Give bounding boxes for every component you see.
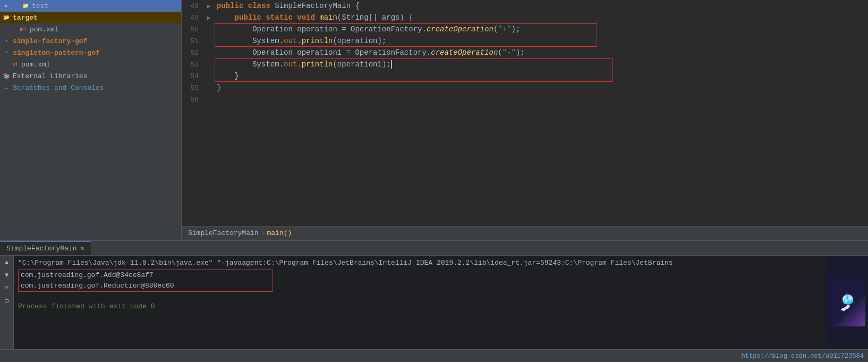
line-num-50: 50 (182, 26, 203, 33)
arrow-icon-test: ▶ (2, 2, 11, 10)
console-line-add: com.justreading.gof.Add@34ce8af7 (21, 270, 270, 281)
code-content-49: public static void main(String[] args) { (215, 13, 868, 22)
console-process-text: Process finished with exit code 0 (18, 302, 155, 310)
code-line-49: 49 ▶ public static void main(String[] ar… (182, 12, 868, 23)
main-area: ▶ 📁 test 📂 target m! pom.xml ▪ simple-fa… (0, 0, 868, 240)
sidebar-item-singleton[interactable]: ▪ singleton-pattern-gof (0, 47, 181, 58)
console-text-add: com.justreading.gof.Add@34ce8af7 (21, 271, 154, 279)
breadcrumb-method[interactable]: main() (267, 229, 292, 237)
line-num-54: 54 (182, 72, 203, 80)
sidebar-item-pom2[interactable]: m! pom.xml (0, 58, 181, 70)
line-num-48: 48 (182, 2, 203, 10)
gutter-48: ▶ (203, 3, 215, 10)
sidebar-item-test[interactable]: ▶ 📁 test (0, 0, 181, 12)
line-num-56: 56 (182, 96, 203, 104)
btn-clear[interactable]: ⊟ (2, 296, 12, 306)
line-num-49: 49 (182, 14, 203, 22)
breadcrumb-sep: › (261, 229, 265, 237)
bottom-tabs: SimpleFactoryMain × (0, 241, 868, 256)
gutter-49: ▶ (203, 14, 215, 21)
line-num-51: 51 (182, 37, 203, 45)
code-content-50: Operation operation = OperationFactory.c… (215, 25, 868, 33)
btn-menu[interactable]: ≡ (2, 283, 12, 293)
status-bar: https://blog.csdn.net/u011723584 (0, 349, 868, 362)
line-num-55: 55 (182, 84, 203, 92)
status-bar-url[interactable]: https://blog.csdn.net/u011723584 (742, 352, 864, 360)
console-output: "C:\Program Files\Java\jdk-11.0.2\bin\ja… (14, 256, 826, 349)
sidebar-label-scratches: Scratches and Consoles (13, 84, 104, 92)
code-content-53: System.out.println(operation1); (215, 60, 868, 69)
scratches-icon: ✏ (2, 83, 11, 92)
bottom-tab-label: SimpleFactoryMain (6, 245, 77, 252)
code-line-53: 53 System.out.println(operation1); (182, 58, 868, 70)
code-line-50: 50 Operation operation = OperationFactor… (182, 23, 868, 35)
folder-icon-target: 📂 (2, 13, 11, 22)
console-red-box: com.justreading.gof.Add@34ce8af7 com.jus… (18, 270, 821, 292)
editor-area: 48 ▶ public class SimpleFactoryMain { 49… (182, 0, 868, 240)
console-line-reduction: com.justreading.gof.Reduction@880ec60 (21, 281, 270, 291)
code-line-54: 54 } (182, 70, 868, 82)
code-line-48: 48 ▶ public class SimpleFactoryMain { (182, 0, 868, 12)
sidebar-label-simple-factory: simple-factory-gof (13, 37, 87, 45)
btn-up[interactable]: ▲ (2, 258, 12, 267)
console-text-reduction: com.justreading.gof.Reduction@880ec60 (21, 282, 174, 290)
sidebar: ▶ 📁 test 📂 target m! pom.xml ▪ simple-fa… (0, 0, 182, 240)
code-content-48: public class SimpleFactoryMain { (215, 2, 868, 10)
sidebar-item-scratches[interactable]: ✏ Scratches and Consoles (0, 82, 181, 94)
sidebar-label-target: target (13, 14, 38, 22)
file-icon-pom1: m! (19, 25, 28, 33)
bottom-panel: SimpleFactoryMain × ▲ ▼ ≡ ⊟ "C:\Program … (0, 240, 868, 362)
code-content-54: } (215, 72, 868, 80)
thumbnail-image: 🎐 (828, 279, 865, 326)
module-icon-simple: ▪ (2, 37, 11, 45)
module-icon-singleton: ▪ (2, 48, 11, 57)
sidebar-item-pom1[interactable]: m! pom.xml (0, 23, 181, 35)
code-line-56: 56 (182, 94, 868, 105)
sidebar-item-target[interactable]: 📂 target (0, 12, 181, 23)
sidebar-label-pom2: pom.xml (21, 61, 50, 69)
file-icon-pom2: m! (11, 60, 19, 69)
code-lines: 48 ▶ public class SimpleFactoryMain { 49… (182, 0, 868, 105)
code-content-56 (215, 95, 868, 104)
line-num-52: 52 (182, 49, 203, 57)
breadcrumb-bar: SimpleFactoryMain › main() (182, 226, 868, 240)
code-content-52: Operation operation1 = OperationFactory.… (215, 48, 868, 57)
external-icon: 📚 (2, 72, 11, 80)
bottom-tab-close[interactable]: × (80, 245, 84, 253)
sidebar-label-pom1: pom.xml (30, 26, 59, 33)
code-line-52: 52 Operation operation1 = OperationFacto… (182, 47, 868, 58)
console-cmd-text: "C:\Program Files\Java\jdk-11.0.2\bin\ja… (18, 259, 673, 267)
sidebar-label-singleton: singleton-pattern-gof (13, 49, 100, 57)
sidebar-label-test: test (32, 2, 48, 10)
console-line-process: Process finished with exit code 0 (18, 301, 821, 312)
console-line-cmd: "C:\Program Files\Java\jdk-11.0.2\bin\ja… (18, 258, 821, 268)
line-num-53: 53 (182, 61, 203, 69)
code-view[interactable]: 48 ▶ public class SimpleFactoryMain { 49… (182, 0, 868, 226)
code-content-55: } (215, 83, 868, 92)
sidebar-item-simple-factory[interactable]: ▪ simple-factory-gof (0, 35, 181, 47)
run-arrow-48[interactable]: ▶ (207, 3, 211, 10)
thumbnail-area: 🎐 (826, 256, 868, 349)
run-arrow-49[interactable]: ▶ (207, 14, 211, 21)
folder-icon-test: 📁 (21, 2, 30, 10)
bottom-tab-simple-factory[interactable]: SimpleFactoryMain × (0, 241, 91, 255)
sidebar-item-external[interactable]: 📚 External Libraries (0, 70, 181, 82)
code-line-51: 51 System.out.println(operation); (182, 35, 868, 47)
code-line-55: 55 } (182, 82, 868, 94)
btn-down[interactable]: ▼ (2, 271, 12, 280)
sidebar-label-external: External Libraries (13, 72, 87, 80)
breadcrumb-class[interactable]: SimpleFactoryMain (188, 229, 259, 237)
console-empty-line (18, 293, 821, 301)
console-output-box: com.justreading.gof.Add@34ce8af7 com.jus… (18, 270, 273, 292)
code-content-51: System.out.println(operation); (215, 37, 868, 45)
bottom-left-buttons: ▲ ▼ ≡ ⊟ (0, 256, 14, 349)
bottom-content: ▲ ▼ ≡ ⊟ "C:\Program Files\Java\jdk-11.0.… (0, 256, 868, 349)
